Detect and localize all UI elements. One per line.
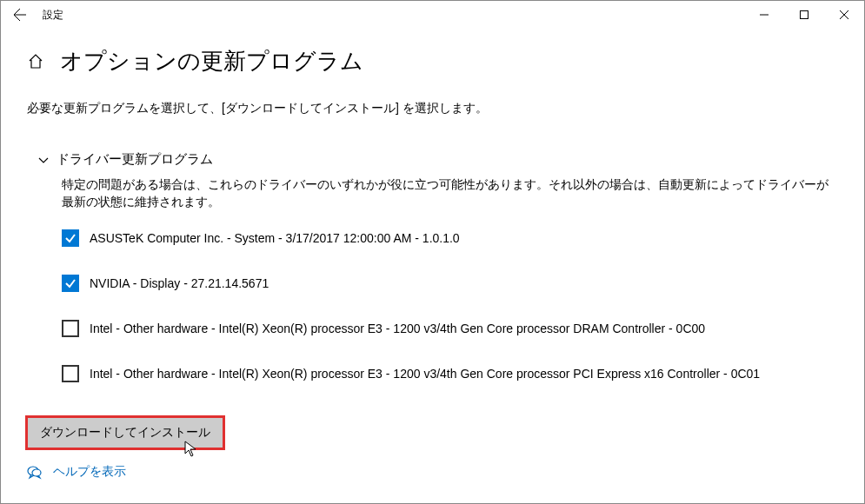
svg-rect-0: [801, 11, 808, 19]
update-item: Intel - Other hardware - Intel(R) Xeon(R…: [62, 365, 838, 382]
update-label: Intel - Other hardware - Intel(R) Xeon(R…: [90, 367, 760, 381]
close-button[interactable]: [824, 1, 864, 29]
maximize-icon: [800, 10, 808, 19]
update-label: NVIDIA - Display - 27.21.14.5671: [90, 276, 269, 290]
svg-point-2: [32, 469, 41, 476]
help-label: ヘルプを表示: [53, 464, 126, 480]
checkbox[interactable]: [62, 365, 79, 382]
checkbox[interactable]: [62, 320, 79, 337]
section-toggle[interactable]: ドライバー更新プログラム: [37, 151, 838, 168]
window-title: 設定: [43, 8, 63, 23]
page-header: オプションの更新プログラム: [27, 46, 838, 76]
checkbox[interactable]: [62, 229, 79, 247]
minimize-button[interactable]: [744, 1, 784, 29]
back-arrow-icon: [13, 8, 27, 22]
section-title: ドライバー更新プログラム: [57, 151, 213, 168]
update-label: ASUSTeK Computer Inc. - System - 3/17/20…: [90, 231, 460, 245]
page-title: オプションの更新プログラム: [60, 46, 363, 76]
cursor-icon: [184, 441, 198, 458]
home-icon[interactable]: [27, 53, 44, 70]
window-controls: [744, 1, 864, 29]
update-item: NVIDIA - Display - 27.21.14.5671: [62, 275, 838, 292]
chevron-down-icon: [37, 154, 50, 166]
back-button[interactable]: [1, 1, 39, 29]
update-label: Intel - Other hardware - Intel(R) Xeon(R…: [90, 322, 705, 335]
update-item: ASUSTeK Computer Inc. - System - 3/17/20…: [62, 229, 838, 247]
download-install-button[interactable]: ダウンロードしてインストール: [27, 417, 223, 448]
content-area: オプションの更新プログラム 必要な更新プログラムを選択して、[ダウンロードしてイ…: [1, 29, 864, 503]
update-item: Intel - Other hardware - Intel(R) Xeon(R…: [62, 320, 838, 337]
section-description: 特定の問題がある場合は、これらのドライバーのいずれかが役に立つ可能性があります。…: [62, 176, 838, 212]
checkbox[interactable]: [62, 275, 79, 292]
maximize-button[interactable]: [784, 1, 824, 29]
close-icon: [840, 10, 848, 19]
help-link[interactable]: ヘルプを表示: [27, 464, 838, 480]
update-list: ASUSTeK Computer Inc. - System - 3/17/20…: [62, 229, 838, 382]
titlebar: 設定: [1, 1, 864, 29]
help-icon: [27, 464, 43, 480]
page-description: 必要な更新プログラムを選択して、[ダウンロードしてインストール] を選択します。: [27, 101, 838, 116]
minimize-icon: [760, 10, 769, 19]
